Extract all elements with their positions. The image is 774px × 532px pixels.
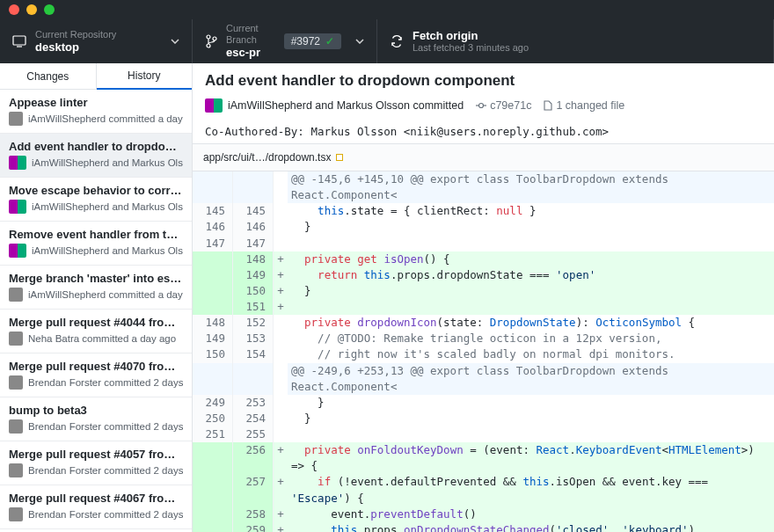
file-icon — [544, 100, 552, 111]
commit-item-meta: Brendan Forster committed 2 days ago — [9, 375, 183, 390]
fetch-main-label: Fetch origin — [413, 29, 529, 43]
commit-item-title: Merge pull request #4067 from des… — [9, 492, 183, 505]
commit-detail: Add event handler to dropdown component … — [193, 63, 774, 532]
commit-item-meta: Brendan Forster committed 2 days ago — [9, 419, 183, 434]
commit-item-title: Appease linter — [9, 96, 183, 109]
tab-history[interactable]: History — [97, 63, 193, 90]
diff-view[interactable]: @@ -145,6 +145,10 @@ export class Toolba… — [193, 171, 774, 532]
commit-item[interactable]: Remove event handler from the bran…iAmWi… — [0, 222, 192, 266]
avatar — [9, 244, 26, 258]
svg-point-5 — [479, 104, 484, 108]
commit-header: Add event handler to dropdown component … — [193, 63, 774, 120]
svg-point-2 — [207, 35, 210, 39]
commit-item[interactable]: Appease linteriAmWillShepherd committed … — [0, 90, 192, 134]
sync-icon — [390, 34, 404, 48]
commit-item-title: Move escape behavior to correct co… — [9, 184, 183, 197]
diff-line: 150+ } — [193, 283, 774, 299]
avatar — [9, 463, 23, 477]
close-icon[interactable] — [9, 4, 19, 15]
diff-line: 148152 private dropdownIcon(state: Dropd… — [193, 315, 774, 331]
commit-authors: iAmWillShepherd and Markus Olsson commit… — [228, 99, 464, 112]
file-path: app/src/ui/t…/dropdown.tsx — [203, 151, 331, 164]
diff-line: 149+ return this.props.dropdownState ===… — [193, 267, 774, 283]
commit-item[interactable]: bump to beta3Brendan Forster committed 2… — [0, 397, 192, 441]
window-titlebar — [0, 0, 774, 19]
commit-item[interactable]: Add event handler to dropdown com…iAmWil… — [0, 134, 192, 178]
diff-line: @@ -249,6 +253,13 @@ export class Toolba… — [193, 363, 774, 395]
coauthor-line: Co-Authored-By: Markus Olsson <niik@user… — [193, 120, 774, 143]
branch-selector[interactable]: Current Branch esc-pr #3972 ✓ — [193, 19, 377, 63]
diff-line: 258+ event.preventDefault() — [193, 506, 774, 522]
commit-item[interactable]: Merge branch 'master' into esc-priAmWill… — [0, 266, 192, 310]
modified-icon — [336, 154, 343, 161]
commit-list[interactable]: Appease linteriAmWillShepherd committed … — [0, 90, 192, 532]
avatar — [9, 419, 23, 434]
commit-item[interactable]: Merge pull request #4067 from des…Brenda… — [0, 485, 192, 529]
files-changed: 1 changed file — [544, 99, 624, 112]
svg-point-3 — [207, 44, 210, 47]
repo-sub-label: Current Repository — [35, 29, 116, 40]
commit-item-title: Merge branch 'master' into esc-pr — [9, 272, 183, 285]
avatar — [9, 332, 23, 346]
avatar — [9, 156, 26, 170]
chevron-down-icon — [355, 39, 364, 44]
repo-selector[interactable]: Current Repository desktop — [0, 19, 193, 63]
avatar — [9, 507, 23, 521]
commit-item-meta: Brendan Forster committed 2 days ago — [9, 463, 183, 477]
diff-line: 250254 } — [193, 411, 774, 426]
avatar — [9, 112, 23, 126]
branch-main-label: esc-pr — [226, 46, 275, 60]
file-item[interactable]: app/src/ui/t…/dropdown.tsx — [198, 148, 769, 167]
chevron-down-icon — [171, 39, 179, 44]
pr-badge: #3972 ✓ — [284, 33, 341, 49]
sidebar-tabs: Changes History — [0, 63, 192, 90]
commit-item-title: Add event handler to dropdown com… — [9, 140, 183, 153]
commit-item[interactable]: Merge pull request #4057 from desk…Brend… — [0, 441, 192, 485]
commit-item-meta: iAmWillShepherd committed a day ago — [9, 288, 183, 302]
check-icon: ✓ — [325, 35, 334, 47]
diff-line: 149153 // @TODO: Remake triangle octicon… — [193, 331, 774, 346]
diff-line: 249253 } — [193, 395, 774, 411]
diff-line: 256+ private onFoldoutKeyDown = (event: … — [193, 442, 774, 474]
diff-line: @@ -145,6 +145,10 @@ export class Toolba… — [193, 171, 774, 203]
commit-sha: c79e71c — [476, 99, 531, 112]
branch-sub-label: Current Branch — [226, 23, 275, 46]
diff-line: 145145 this.state = { clientRect: null } — [193, 203, 774, 219]
minimize-icon[interactable] — [26, 4, 37, 15]
commit-item[interactable]: Merge pull request #4070 from desk…Brend… — [0, 353, 192, 397]
fetch-sub-label: Last fetched 3 minutes ago — [413, 42, 529, 54]
toolbar: Current Repository desktop Current Branc… — [0, 19, 774, 63]
commit-item-title: Merge pull request #4044 from des… — [9, 316, 183, 329]
commit-title: Add event handler to dropdown component — [205, 72, 762, 90]
diff-line: 251255 — [193, 426, 774, 442]
avatar — [9, 375, 23, 390]
avatar — [205, 98, 223, 113]
diff-line: 257+ if (!event.defaultPrevented && this… — [193, 474, 774, 506]
sidebar: Changes History Appease linteriAmWillShe… — [0, 63, 193, 532]
svg-rect-0 — [13, 36, 26, 45]
diff-line: 147147 — [193, 236, 774, 251]
commit-item-meta: iAmWillShepherd committed a day ago — [9, 112, 183, 126]
fetch-button[interactable]: Fetch origin Last fetched 3 minutes ago — [377, 19, 774, 63]
commit-item-title: Merge pull request #4070 from desk… — [9, 360, 183, 373]
commit-item-meta: Brendan Forster committed 2 days ago — [9, 507, 183, 521]
file-list: app/src/ui/t…/dropdown.tsx — [193, 143, 774, 171]
commit-item-meta: iAmWillShepherd and Markus Olsson… — [9, 244, 183, 258]
commit-item[interactable]: Move escape behavior to correct co…iAmWi… — [0, 178, 192, 222]
branch-icon — [205, 34, 217, 48]
diff-line: 259+ this.props.onDropdownStateChanged('… — [193, 522, 774, 532]
maximize-icon[interactable] — [44, 4, 55, 15]
commit-item-title: bump to beta3 — [9, 404, 183, 417]
commit-icon — [476, 100, 486, 111]
diff-line: 150154 // right now it's scaled badly on… — [193, 346, 774, 362]
diff-line: 146146 } — [193, 219, 774, 235]
diff-line: 151+ — [193, 299, 774, 315]
svg-point-4 — [213, 37, 216, 40]
commit-item-meta: Neha Batra committed a day ago — [9, 332, 183, 346]
avatar — [9, 200, 26, 214]
avatar — [9, 288, 23, 302]
commit-item-title: Merge pull request #4057 from desk… — [9, 448, 183, 461]
diff-line: 148+ private get isOpen() { — [193, 251, 774, 267]
tab-changes[interactable]: Changes — [0, 63, 97, 89]
commit-item[interactable]: Merge pull request #4044 from des…Neha B… — [0, 310, 192, 353]
